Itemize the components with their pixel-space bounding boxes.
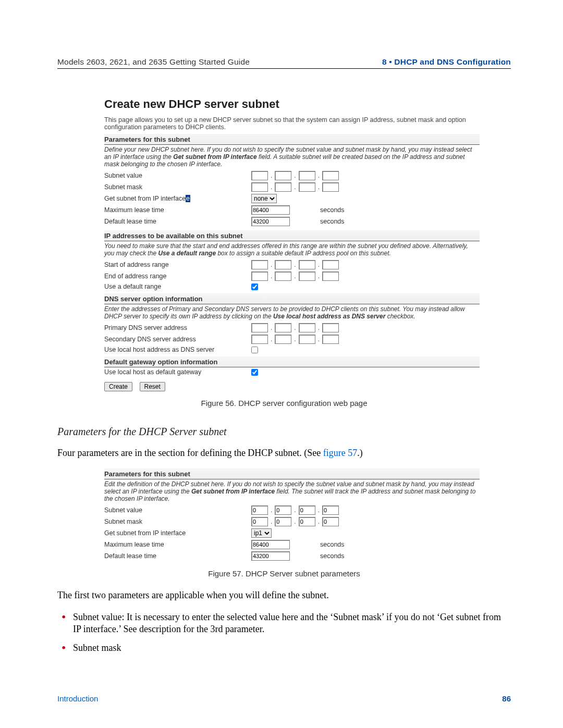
ip-octet[interactable] xyxy=(251,171,268,180)
section-parameters-head: Parameters for this subnet xyxy=(104,134,480,145)
label-primary-dns: Primary DNS server address xyxy=(104,324,251,331)
figure-56-caption: Figure 56. DHCP server configuration web… xyxy=(57,399,511,408)
section-dns-sub: Enter the addresses of Primary and Secon… xyxy=(104,304,480,322)
fig57-label-get-subnet: Get subnet from IP interface xyxy=(104,529,251,537)
figure-57-form: Parameters for this subnet Edit the defi… xyxy=(104,468,480,562)
fig57-label-max-lease: Maximum lease time xyxy=(104,541,251,548)
section-title-parameters: Parameters for the DHCP Server subnet xyxy=(57,426,511,438)
local-gateway-checkbox[interactable] xyxy=(251,369,258,376)
page-number: 86 xyxy=(502,694,511,703)
local-dns-checkbox[interactable] xyxy=(251,347,258,353)
section-gateway-head: Default gateway option information xyxy=(104,356,480,367)
fig57-subnet-mask-input[interactable]: . . . xyxy=(251,517,339,526)
header-rule xyxy=(57,68,511,69)
footer-left[interactable]: Introduction xyxy=(57,694,98,703)
header-left: Models 2603, 2621, and 2635 Getting Star… xyxy=(57,57,250,67)
label-secondary-dns: Secondary DNS server address xyxy=(104,336,251,343)
body-after-figure: The first two parameters are applicable … xyxy=(57,589,511,601)
fig57-section-head: Parameters for this subnet xyxy=(104,468,480,479)
subnet-mask-input[interactable]: . . . xyxy=(251,182,339,192)
ip-octet[interactable] xyxy=(299,171,315,180)
form-title: Create new DHCP server subnet xyxy=(104,97,480,111)
max-lease-input[interactable] xyxy=(251,205,290,215)
header-right: 8 • DHCP and DNS Configuration xyxy=(382,57,511,67)
label-end-range: End of address range xyxy=(104,273,251,280)
default-range-checkbox[interactable] xyxy=(251,283,258,290)
label-local-dns: Use local host address as DNS server xyxy=(104,346,251,353)
figure-57-link[interactable]: figure 57 xyxy=(323,448,357,458)
label-default-lease: Default lease time xyxy=(104,218,251,225)
page-footer: Introduction 86 xyxy=(57,694,511,703)
fig57-label-subnet-value: Subnet value xyxy=(104,507,251,514)
start-range-input[interactable]: ... xyxy=(251,260,339,269)
bullet-subnet-value: Subnet value: It is necessary to enter t… xyxy=(62,611,511,636)
bullet-subnet-mask: Subnet mask xyxy=(62,642,511,654)
ip-octet[interactable] xyxy=(275,171,291,180)
subnet-value-input[interactable]: . . . xyxy=(251,171,339,180)
default-lease-input[interactable] xyxy=(251,217,290,226)
unit-seconds: seconds xyxy=(320,206,345,214)
fig57-section-sub: Edit the definition of the DHCP subnet h… xyxy=(104,479,480,504)
label-subnet-mask: Subnet mask xyxy=(104,183,251,191)
primary-dns-input[interactable]: ... xyxy=(251,323,339,332)
get-subnet-select[interactable]: none xyxy=(251,194,277,203)
section-ip-range-sub: You need to make sure that the start and… xyxy=(104,241,480,259)
page-header: Models 2603, 2621, and 2635 Getting Star… xyxy=(57,57,511,67)
reset-button[interactable]: Reset xyxy=(140,382,165,391)
fig57-max-lease-input[interactable] xyxy=(251,540,290,549)
fig57-get-subnet-select[interactable]: ip1 xyxy=(251,528,272,538)
label-default-range: Use a default range xyxy=(104,283,251,290)
figure-56-form: Create new DHCP server subnet This page … xyxy=(104,97,480,391)
section-intro-paragraph: Four parameters are in the section for d… xyxy=(57,447,511,459)
label-start-range: Start of address range xyxy=(104,261,251,268)
section-parameters-sub: Define your new DHCP subnet here. If you… xyxy=(104,145,480,170)
secondary-dns-input[interactable]: ... xyxy=(251,335,339,344)
fig57-label-default-lease: Default lease time xyxy=(104,552,251,560)
ip-octet[interactable] xyxy=(322,171,339,180)
label-get-subnet: Get subnet from IP interfacee xyxy=(104,195,251,202)
bullet-list: Subnet value: It is necessary to enter t… xyxy=(62,611,511,654)
label-subnet-value: Subnet value xyxy=(104,172,251,179)
create-button[interactable]: Create xyxy=(104,382,132,391)
label-max-lease: Maximum lease time xyxy=(104,206,251,214)
label-local-gateway: Use local host as default gateway xyxy=(104,368,251,376)
fig57-label-subnet-mask: Subnet mask xyxy=(104,518,251,525)
fig57-subnet-value-input[interactable]: . . . xyxy=(251,505,339,515)
section-dns-head: DNS server option information xyxy=(104,293,480,304)
fig57-default-lease-input[interactable] xyxy=(251,551,290,561)
section-ip-range-head: IP addresses to be available on this sub… xyxy=(104,230,480,241)
end-range-input[interactable]: ... xyxy=(251,272,339,281)
figure-57-caption: Figure 57. DHCP Server subnet parameters xyxy=(57,569,511,578)
form-description: This page allows you to set up a new DHC… xyxy=(104,116,480,131)
